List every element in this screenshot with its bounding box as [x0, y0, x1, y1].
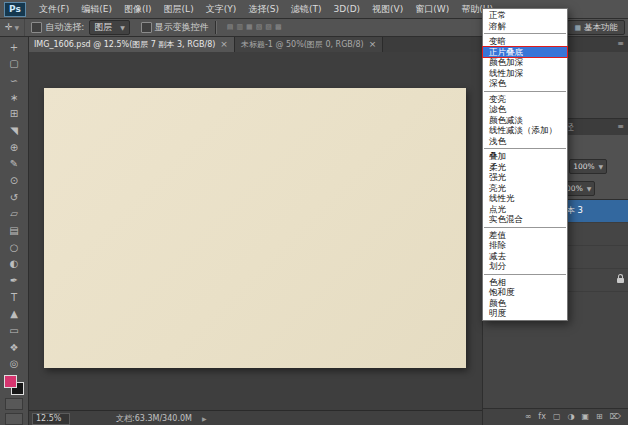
blend-option-lighter-color[interactable]: 浅色 [483, 136, 567, 147]
blend-option-linear-burn[interactable]: 线性加深 [483, 68, 567, 79]
quick-selection-tool[interactable]: ∗ [3, 89, 25, 106]
blur-tool[interactable]: ○ [3, 239, 25, 256]
blend-option-soft-light[interactable]: 柔光 [483, 162, 567, 173]
shape-tool[interactable]: ▭ [3, 322, 25, 339]
foreground-color-swatch[interactable] [4, 375, 17, 388]
close-icon[interactable]: × [220, 39, 228, 49]
menu-view[interactable]: 视图(V) [366, 1, 409, 18]
blend-option-screen[interactable]: 滤色 [483, 104, 567, 115]
blend-option-exclusion[interactable]: 排除 [483, 240, 567, 251]
gradient-tool[interactable]: ▤ [3, 222, 25, 239]
blend-option-multiply[interactable]: 正片叠底 [483, 47, 567, 58]
brush-tool[interactable]: ✎ [3, 156, 25, 173]
menu-3d[interactable]: 3D(D) [327, 1, 366, 18]
show-transform-checkbox[interactable] [141, 22, 152, 33]
blend-option-color-dodge[interactable]: 颜色减淡 [483, 115, 567, 126]
blend-option-darken[interactable]: 变暗 [483, 36, 567, 47]
menu-filter[interactable]: 滤镜(T) [285, 1, 328, 18]
workspace-switcher-button[interactable]: ▦ 基本功能 [567, 20, 625, 35]
color-swatches [4, 375, 24, 395]
separator [484, 33, 566, 34]
align-right-icon[interactable]: ▦ [246, 23, 253, 31]
rectangular-marquee-tool[interactable]: ▢ [3, 56, 25, 73]
blend-option-luminosity[interactable]: 明度 [483, 308, 567, 319]
blend-option-vivid-light[interactable]: 亮光 [483, 183, 567, 194]
panel-menu-icon[interactable]: ≡ [613, 119, 628, 135]
path-selection-tool[interactable]: ▲ [3, 306, 25, 323]
adjustment-layer-icon[interactable]: ◑ [567, 409, 574, 425]
blend-option-hard-mix[interactable]: 实色混合 [483, 214, 567, 225]
menu-window[interactable]: 窗口(W) [409, 1, 455, 18]
document-tab-title: IMG_1606.psd @ 12.5%(图层 7 副本 3, RGB/8) [34, 39, 215, 50]
dodge-tool[interactable]: ◐ [3, 256, 25, 273]
distribute-bottom-icon[interactable]: ▩ [275, 23, 282, 31]
blend-option-normal[interactable]: 正常 [483, 10, 567, 21]
panel-menu-icon[interactable]: ≡ [613, 36, 628, 52]
menu-select[interactable]: 选择(S) [242, 1, 285, 18]
align-center-icon[interactable]: ▥ [236, 23, 243, 31]
blend-option-subtract[interactable]: 减去 [483, 251, 567, 262]
close-icon[interactable]: × [369, 39, 377, 49]
blend-option-color[interactable]: 颜色 [483, 298, 567, 309]
chevron-down-icon: ▼ [599, 163, 604, 170]
menu-layer[interactable]: 图层(L) [158, 1, 200, 18]
blend-option-linear-dodge[interactable]: 线性减淡（添加） [483, 125, 567, 136]
distribute-middle-icon[interactable]: ▨ [265, 23, 272, 31]
menu-image[interactable]: 图像(I) [118, 1, 158, 18]
chevron-down-icon: ▼ [120, 24, 125, 31]
blend-option-divide[interactable]: 划分 [483, 261, 567, 272]
new-layer-icon[interactable]: ⊞ [596, 409, 603, 425]
layer-style-icon[interactable]: fx [538, 409, 546, 425]
screen-mode-button[interactable] [5, 413, 23, 425]
blend-option-pin-light[interactable]: 点光 [483, 204, 567, 215]
blend-option-saturation[interactable]: 饱和度 [483, 287, 567, 298]
layer-group-icon[interactable]: ▣ [581, 409, 589, 425]
clone-stamp-tool[interactable]: ⊙ [3, 172, 25, 189]
blend-option-hard-light[interactable]: 强光 [483, 172, 567, 183]
blend-option-color-burn[interactable]: 颜色加深 [483, 57, 567, 68]
tools-panel: + ▢ ∽ ∗ ⊞ ◥ ⊕ ✎ ⊙ ↺ ▱ ▤ ○ ◐ ✒ T ▲ ▭ ❖ ◎ [0, 36, 29, 425]
quick-mask-button[interactable] [5, 398, 23, 410]
blend-option-linear-light[interactable]: 线性光 [483, 193, 567, 204]
type-tool[interactable]: T [3, 289, 25, 306]
history-brush-tool[interactable]: ↺ [3, 189, 25, 206]
photoshop-window: Ps 文件(F) 编辑(E) 图像(I) 图层(L) 文字(Y) 选择(S) 滤… [0, 0, 628, 425]
opacity-combo[interactable]: 100% ▼ [569, 159, 607, 174]
add-layer-mask-icon[interactable]: ▢ [553, 409, 561, 425]
menu-file[interactable]: 文件(F) [33, 1, 75, 18]
tool-preset-picker[interactable]: ✛ ▼ [0, 18, 25, 36]
status-options-arrow-icon[interactable]: ▶ [202, 415, 207, 422]
crop-tool[interactable]: ⊞ [3, 106, 25, 123]
background-lock-icon [617, 278, 624, 283]
eyedropper-tool[interactable]: ◥ [3, 122, 25, 139]
eraser-tool[interactable]: ▱ [3, 206, 25, 223]
zoom-level-field[interactable]: 12.5% [32, 413, 70, 425]
document-canvas[interactable] [44, 88, 466, 368]
zoom-tool[interactable]: ◎ [3, 355, 25, 372]
blend-option-hue[interactable]: 色相 [483, 277, 567, 288]
menu-type[interactable]: 文字(Y) [200, 1, 243, 18]
healing-brush-tool[interactable]: ⊕ [3, 139, 25, 156]
link-layers-icon[interactable]: ∞ [525, 409, 532, 425]
separator [484, 227, 566, 228]
blend-option-darker-color[interactable]: 深色 [483, 78, 567, 89]
status-bar: 12.5% 文档:63.3M/340.0M ▶ [28, 410, 482, 425]
lasso-tool[interactable]: ∽ [3, 72, 25, 89]
blend-option-overlay[interactable]: 叠加 [483, 151, 567, 162]
pen-tool[interactable]: ✒ [3, 272, 25, 289]
hand-tool[interactable]: ❖ [3, 339, 25, 356]
delete-layer-icon[interactable]: ⌦ [610, 409, 621, 425]
move-tool[interactable]: + [3, 39, 25, 56]
distribute-top-icon[interactable]: ▧ [256, 23, 263, 31]
blend-option-dissolve[interactable]: 溶解 [483, 21, 567, 32]
auto-select-target-dropdown[interactable]: 图层 ▼ [89, 20, 130, 35]
blend-option-lighten[interactable]: 变亮 [483, 94, 567, 105]
auto-select-checkbox[interactable] [31, 22, 42, 33]
document-tab-untitled-1[interactable]: 未标题-1 @ 50%(图层 0, RGB/8) × [235, 36, 383, 52]
align-left-icon[interactable]: ▤ [227, 23, 234, 31]
document-tab-img-1606[interactable]: IMG_1606.psd @ 12.5%(图层 7 副本 3, RGB/8) × [28, 36, 235, 52]
workspace-grid-icon: ▦ [574, 24, 581, 32]
blend-mode-dropdown: 正常 溶解 变暗 正片叠底 颜色加深 线性加深 深色 变亮 滤色 颜色减淡 线性… [482, 8, 568, 321]
blend-option-difference[interactable]: 差值 [483, 230, 567, 241]
menu-edit[interactable]: 编辑(E) [75, 1, 118, 18]
